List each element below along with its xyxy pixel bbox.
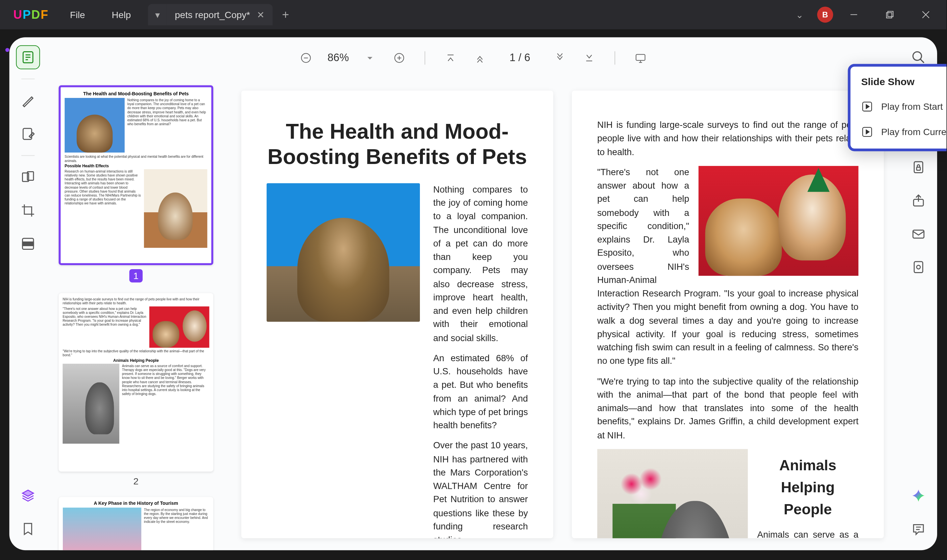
email-icon[interactable] — [907, 222, 930, 246]
crop-tool-icon[interactable] — [16, 198, 40, 223]
play-from-start-item[interactable]: Play from Start — [850, 94, 946, 119]
svg-rect-1 — [887, 13, 892, 18]
holiday-dogs-image — [698, 166, 858, 275]
page-indicator[interactable]: 1 / 6 — [499, 52, 541, 64]
tab-close-icon[interactable]: ✕ — [257, 9, 265, 20]
thumbnail-3[interactable]: A Key Phase in the History of Tourism Th… — [59, 497, 213, 550]
page-1: The Health and Mood-Boosting Benefits of… — [241, 91, 553, 538]
accent-dot — [5, 48, 9, 52]
zoom-dropdown[interactable] — [359, 47, 381, 69]
maximize-button[interactable] — [874, 4, 905, 25]
sidebar-left — [9, 37, 47, 551]
svg-rect-2 — [888, 11, 893, 17]
svg-rect-13 — [22, 242, 33, 246]
play-from-current-item[interactable]: Play from Current Slide — [850, 119, 946, 145]
thumb-heading: Animals Helping People — [63, 358, 209, 363]
svg-rect-21 — [636, 55, 645, 60]
zoom-out-button[interactable] — [296, 47, 317, 69]
svg-rect-30 — [913, 230, 924, 238]
window-menu-chevron[interactable]: ⌄ — [788, 9, 812, 20]
svg-point-24 — [913, 52, 921, 60]
popup-item-label: Play from Current Slide — [881, 126, 947, 137]
popup-item-label: Play from Start — [881, 101, 943, 112]
zoom-in-button[interactable] — [389, 47, 410, 69]
thumb-title: The Health and Mood-Boosting Benefits of… — [65, 91, 208, 96]
comment-icon[interactable] — [907, 517, 930, 541]
menu-help[interactable]: Help — [98, 9, 144, 20]
page-title: The Health and Mood-Boosting Benefits of… — [267, 118, 528, 170]
body-text: NIH is funding large-scale surveys to fi… — [597, 118, 859, 159]
minimize-button[interactable] — [839, 4, 869, 25]
top-toolbar: 86% 1 / 6 — [47, 37, 900, 79]
app-logo: UPDF — [5, 8, 57, 22]
tab-list-dropdown[interactable]: ▾ — [148, 4, 167, 25]
thumb-number-1: 1 — [129, 269, 143, 283]
slideshow-popup: Slide Show Play from Start Play from Cur… — [848, 64, 946, 151]
last-page-button[interactable] — [578, 47, 600, 69]
thumbnail-1[interactable]: The Health and Mood-Boosting Benefits of… — [59, 85, 213, 265]
share-icon[interactable] — [907, 189, 930, 212]
new-tab-button[interactable]: + — [273, 8, 298, 22]
zoom-value: 86% — [325, 52, 351, 64]
svg-point-32 — [917, 265, 920, 269]
page-2: NIH is funding large-scale surveys to fi… — [572, 91, 884, 538]
thumb-title: A Key Phase in the History of Tourism — [63, 501, 209, 505]
redact-tool-icon[interactable] — [16, 232, 40, 256]
content-area: The Health and Mood-Boosting Benefits of… — [47, 78, 900, 550]
cat-image — [267, 183, 420, 322]
organize-pages-tool-icon[interactable] — [16, 165, 40, 189]
thumb-number-2: 2 — [59, 475, 213, 486]
body-text: An estimated 68% of U.S. households have… — [433, 352, 528, 432]
popup-title: Slide Show — [850, 73, 946, 94]
titlebar: UPDF File Help ▾ pets report_Copy* ✕ + ⌄… — [0, 0, 946, 29]
reader-tool-icon[interactable] — [16, 45, 40, 69]
body-text: Over the past 10 years, NIH has partnere… — [433, 439, 528, 538]
form-icon[interactable] — [907, 255, 930, 279]
layers-icon[interactable] — [16, 484, 40, 508]
page-viewer[interactable]: The Health and Mood-Boosting Benefits of… — [225, 78, 900, 550]
svg-rect-31 — [914, 262, 923, 272]
next-page-button[interactable] — [549, 47, 570, 69]
center-area: 86% 1 / 6 The Health and Mood-Boosting B… — [47, 37, 900, 551]
ai-assistant-icon[interactable] — [907, 484, 930, 508]
thumb-heading: Possible Health Effects — [65, 164, 208, 168]
first-page-button[interactable] — [440, 47, 462, 69]
protect-icon[interactable] — [907, 155, 930, 179]
thumbnail-2[interactable]: NIH is funding large-scale surveys to fi… — [59, 293, 213, 472]
document-tab[interactable]: pets report_Copy* ✕ — [167, 4, 273, 25]
gray-cat-image — [597, 449, 748, 538]
app-frame: 86% 1 / 6 The Health and Mood-Boosting B… — [9, 37, 937, 551]
body-text: "We're trying to tap into the subjective… — [597, 375, 859, 442]
user-avatar[interactable]: B — [817, 6, 833, 23]
tab-title: pets report_Copy* — [175, 9, 250, 20]
svg-rect-28 — [917, 167, 920, 170]
highlighter-tool-icon[interactable] — [16, 89, 40, 113]
svg-line-25 — [920, 59, 924, 63]
body-text: Nothing compares to the joy of coming ho… — [433, 183, 528, 345]
menu-file[interactable]: File — [57, 9, 98, 20]
prev-page-button[interactable] — [470, 47, 491, 69]
close-button[interactable] — [910, 4, 941, 25]
slideshow-button[interactable] — [630, 47, 651, 69]
thumbnail-panel: The Health and Mood-Boosting Benefits of… — [47, 78, 225, 550]
edit-text-tool-icon[interactable] — [16, 122, 40, 146]
bookmark-icon[interactable] — [16, 517, 40, 541]
